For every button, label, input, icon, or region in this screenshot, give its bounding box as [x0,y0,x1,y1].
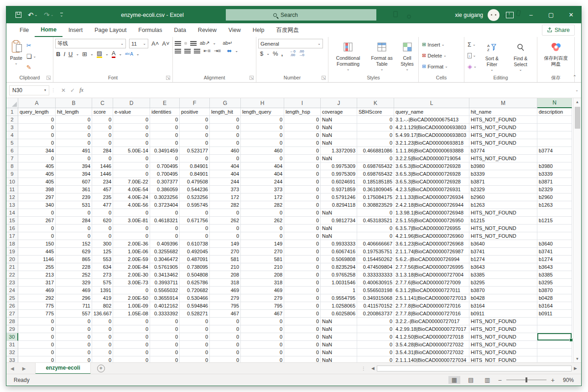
cell-G14[interactable]: 0 [210,209,241,217]
cell-E1[interactable]: identities [150,108,180,116]
cell-L6[interactable]: 1.1.1.86|BioCAD00000693888 [394,147,469,155]
cell-N15[interactable]: b1215 [537,217,572,225]
cell-N6[interactable]: b3774 [537,147,572,155]
row-header-1[interactable]: 1 [6,108,18,116]
cell-F14[interactable]: 0 [180,209,210,217]
orientation-button[interactable]: ab↗ [200,40,209,46]
page-break-view-button[interactable]: ▥ [481,376,493,384]
cell-B3[interactable]: 0 [56,124,92,131]
cell-D29[interactable]: 0 [113,325,150,333]
cell-M29[interactable]: HITS_NOT_FOUND [469,325,537,333]
cell-H18[interactable]: 149 [241,240,284,248]
cell-J8[interactable]: 0.9975309 [321,162,357,170]
cell-C7[interactable]: 0 [92,155,113,162]
cell-A12[interactable]: 297 [18,193,56,201]
page-layout-view-button[interactable]: ▤ [465,376,477,384]
share-button[interactable]: Share [542,25,575,36]
cell-I5[interactable]: 0 [284,139,321,147]
cell-G19[interactable]: 270 [210,248,241,256]
cell-B30[interactable]: 0 [56,333,92,341]
decrease-indent-button[interactable]: ⇤≡ [203,48,211,54]
cell-J29[interactable]: NaN [321,325,357,333]
cell-B31[interactable]: 0 [56,341,92,349]
cell-D6[interactable]: 5.00E-14 [113,147,150,155]
cell-F9[interactable]: 0.84901 [180,170,210,178]
cell-A28[interactable]: 0 [18,318,56,325]
cell-I24[interactable]: 0 [284,287,321,294]
cell-C8[interactable]: 1446 [92,162,113,170]
cell-M15[interactable]: b1215 [469,217,537,225]
cell-G5[interactable]: 0 [210,139,241,147]
cell-L3[interactable]: 4.2.1.129|BioCAD00000693803 [394,124,469,131]
cell-F16[interactable]: 0 [180,225,210,232]
cell-F24[interactable]: 0.720682 [180,287,210,294]
zoom-level[interactable]: 90% [559,377,574,383]
cell-B13[interactable]: 531 [56,201,92,209]
row-header-21[interactable]: 21 [6,263,18,271]
cell-L17[interactable]: 4.2.1.96|BioCAD00000726960 [394,232,469,240]
cell-E17[interactable]: 0 [150,232,180,240]
cell-K28[interactable]: 0 [357,318,394,325]
cell-D31[interactable]: 0 [113,341,150,349]
dialog-launcher-icon[interactable]: ↘ [47,76,51,80]
cell-I25[interactable]: 0 [284,294,321,302]
cell-M11[interactable]: b2329 [469,186,537,193]
account-name[interactable]: xie guigang [455,12,483,18]
cell-L12[interactable]: 2.1.1.33|BioCAD00000726934 [394,193,469,201]
cell-B11[interactable]: 361 [56,186,92,193]
italic-button[interactable]: I [63,51,65,57]
cell-H30[interactable]: 0 [241,333,284,341]
fill-button[interactable]: ↓⌄ [466,51,478,60]
number-format-select[interactable]: General⌄ [258,39,323,48]
cell-G29[interactable]: 0 [210,325,241,333]
cell-F12[interactable]: 0.523256 [180,193,210,201]
cell-J5[interactable]: NaN [321,139,357,147]
cell-I31[interactable]: 0 [284,341,321,349]
cell-C11[interactable]: 457 [92,186,113,193]
cell-N13[interactable]: b1263 [537,201,572,209]
row-header-17[interactable]: 17 [6,232,18,240]
tab-insert[interactable]: Insert [62,23,88,37]
cell-I4[interactable]: 0 [284,131,321,139]
row-header-25[interactable]: 25 [6,294,18,302]
cell-C14[interactable]: 0 [92,209,113,217]
column-header-M[interactable]: M [469,98,537,108]
cell-G1[interactable]: length_hit [210,108,241,116]
cell-G27[interactable]: 467 [210,310,241,318]
cell-D17[interactable]: 0 [113,232,150,240]
cell-L26[interactable]: 2.7.7.8|BioCAD00000727016 [394,302,469,310]
cell-D16[interactable]: 0 [113,225,150,232]
cell-J2[interactable]: NaN [321,116,357,124]
close-button[interactable]: ✕ [561,6,581,23]
cell-A30[interactable]: 0 [18,333,56,341]
cell-H20[interactable]: 581 [241,256,284,263]
cell-E14[interactable]: 0 [150,209,180,217]
cell-M10[interactable]: b3871 [469,178,537,186]
cell-H3[interactable]: 0 [241,124,284,131]
cell-A5[interactable]: 0 [18,139,56,147]
cell-B8[interactable]: 394 [56,162,92,170]
cell-H31[interactable]: 0 [241,341,284,349]
cell-H24[interactable]: 469 [241,287,284,294]
bottom-align-button[interactable] [190,41,197,46]
cell-C12[interactable]: 235 [92,193,113,201]
cell-G16[interactable]: 0 [210,225,241,232]
cell-H7[interactable]: 0 [241,155,284,162]
cell-G10[interactable]: 244 [210,178,241,186]
cell-C5[interactable]: 0 [92,139,113,147]
cell-A17[interactable]: 0 [18,232,56,240]
row-header-14[interactable]: 14 [6,209,18,217]
cell-I16[interactable]: 0 [284,225,321,232]
row-header-3[interactable]: 3 [6,124,18,131]
cell-I6[interactable]: 0 [284,147,321,155]
save-to-baidu-button[interactable]: 保存到百度网盘 [541,39,571,68]
cell-J32[interactable]: NaN [321,349,357,356]
cell-C22[interactable]: 273 [92,271,113,279]
cell-F25[interactable]: 0.530466 [180,294,210,302]
cell-G6[interactable]: 460 [210,147,241,155]
row-header-28[interactable]: 28 [6,318,18,325]
cell-K20[interactable]: 0.154450262 [357,256,394,263]
decrease-decimal-button[interactable]: .00→0 [299,50,304,57]
tab-file[interactable]: File [14,23,35,37]
cut-button[interactable]: ✂ [25,41,37,50]
